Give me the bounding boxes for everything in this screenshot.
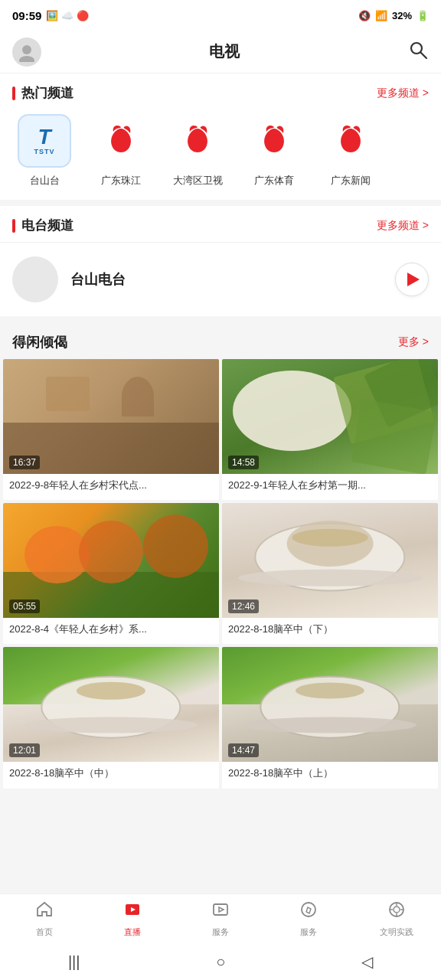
video-card-v1[interactable]: 16:37 2022-9-8年轻人在乡村宋代点... xyxy=(3,359,219,500)
channel-item-tstv[interactable]: T TSTV 台山台 xyxy=(6,114,83,188)
radio-item-tsdt[interactable]: 台山电台 xyxy=(0,242,441,316)
gdty-logo xyxy=(247,114,301,168)
bottom-nav: 首页 直播 服务 服务 xyxy=(0,893,441,943)
channel-label-daw: 大湾区卫视 xyxy=(173,174,223,188)
video-grid: 16:37 2022-9-8年轻人在乡村宋代点... 14:58 2022-9-… xyxy=(0,359,441,792)
video-thumb-v1: 16:37 xyxy=(3,359,219,474)
nav-label-live: 直播 xyxy=(124,926,141,938)
video-card-v4[interactable]: 12:46 2022-8-18脑卒中（下） xyxy=(222,503,438,644)
svg-point-1 xyxy=(19,56,34,62)
video-duration-v3: 05:55 xyxy=(9,599,40,613)
video-section-header: 得闲倾偈 更多 > xyxy=(0,322,441,359)
channel-item-gdty[interactable]: 广东体育 xyxy=(236,114,312,188)
channel-label-gdxw: 广东新闻 xyxy=(331,174,371,188)
svg-rect-6 xyxy=(214,904,227,915)
nav-item-culture[interactable]: 文明实践 xyxy=(353,900,441,938)
svg-point-10 xyxy=(394,906,400,913)
svg-point-0 xyxy=(22,45,31,54)
hot-channels-header: 热门频道 更多频道 > xyxy=(0,74,441,109)
play-button[interactable] xyxy=(395,263,429,296)
video-more[interactable]: 更多 > xyxy=(398,335,429,349)
discover-icon xyxy=(299,900,318,923)
nav-item-discover[interactable]: 服务 xyxy=(265,900,353,938)
service-icon xyxy=(211,900,230,923)
channel-grid: T TSTV 台山台 广东珠江 大湾区卫视 xyxy=(0,109,441,200)
back-button[interactable]: ||| xyxy=(68,953,80,971)
play-icon xyxy=(407,273,420,286)
home-button[interactable]: ○ xyxy=(216,953,225,971)
status-right: 🔇 📶 32% 🔋 xyxy=(358,10,429,21)
video-title-v6: 2022-8-18脑卒中（上） xyxy=(222,762,438,788)
battery-icon: 🔋 xyxy=(416,10,429,21)
video-card-v3[interactable]: 05:55 2022-8-4《年轻人在乡村》系... xyxy=(3,503,219,644)
channel-item-gdxw[interactable]: 广东新闻 xyxy=(312,114,389,188)
video-card-v5[interactable]: 12:01 2022-8-18脑卒中（中） xyxy=(3,647,219,788)
video-title-v1: 2022-9-8年轻人在乡村宋代点... xyxy=(3,474,219,500)
video-title-v5: 2022-8-18脑卒中（中） xyxy=(3,762,219,788)
channel-label-tstv: 台山台 xyxy=(30,174,60,188)
video-duration-v4: 12:46 xyxy=(228,599,259,613)
svg-point-8 xyxy=(302,903,315,916)
search-icon[interactable] xyxy=(407,39,429,65)
notification-icons: 🖼️ ☁️ 🔴 xyxy=(46,10,88,21)
video-duration-v2: 14:58 xyxy=(228,456,259,469)
hot-channels-title: 热门频道 xyxy=(12,84,74,102)
culture-icon xyxy=(387,900,406,923)
avatar[interactable] xyxy=(12,38,41,67)
channel-item-daw[interactable]: 大湾区卫视 xyxy=(159,114,236,188)
svg-line-3 xyxy=(421,52,427,58)
nav-label-service: 服务 xyxy=(212,926,229,938)
home-icon xyxy=(35,900,54,923)
channel-item-gdpj[interactable]: 广东珠江 xyxy=(83,114,159,188)
status-left: 09:59 🖼️ ☁️ 🔴 xyxy=(12,9,89,22)
app-header: 电视 xyxy=(0,31,441,74)
video-thumb-v2: 14:58 xyxy=(222,359,438,474)
radio-name: 台山电台 xyxy=(70,270,383,289)
video-section-title: 得闲倾偈 xyxy=(12,333,67,351)
video-duration-v1: 16:37 xyxy=(9,456,40,469)
daw-logo xyxy=(171,114,224,168)
mute-icon: 🔇 xyxy=(358,10,371,21)
tstv-logo: T TSTV xyxy=(18,114,71,168)
radio-more[interactable]: 更多频道 > xyxy=(377,219,429,233)
video-thumb-v6: 14:47 xyxy=(222,647,438,762)
page-title: 电视 xyxy=(209,41,240,62)
nav-label-culture: 文明实践 xyxy=(380,926,413,938)
status-time: 09:59 xyxy=(12,9,41,22)
video-duration-v6: 14:47 xyxy=(228,743,259,757)
radio-section: 电台频道 更多频道 > 台山电台 xyxy=(0,206,441,316)
system-nav: ||| ○ ◁ xyxy=(0,943,441,980)
nav-item-live[interactable]: 直播 xyxy=(88,900,176,938)
radio-avatar xyxy=(12,256,58,302)
video-duration-v5: 12:01 xyxy=(9,743,40,757)
video-card-v6[interactable]: 14:47 2022-8-18脑卒中（上） xyxy=(222,647,438,788)
wifi-icon: 📶 xyxy=(375,10,387,21)
live-icon xyxy=(123,900,142,923)
hot-channels-more[interactable]: 更多频道 > xyxy=(377,87,429,100)
video-section: 得闲倾偈 更多 > 16:37 2022-9-8年轻人在乡村宋代点... xyxy=(0,322,441,792)
gdpj-logo xyxy=(94,114,148,168)
video-card-v2[interactable]: 14:58 2022-9-1年轻人在乡村第一期... xyxy=(222,359,438,500)
video-thumb-v5: 12:01 xyxy=(3,647,219,762)
radio-header: 电台频道 更多频道 > xyxy=(0,206,441,242)
video-thumb-v4: 12:46 xyxy=(222,503,438,618)
video-title-v2: 2022-9-1年轻人在乡村第一期... xyxy=(222,474,438,500)
channel-label-gdpj: 广东珠江 xyxy=(101,174,141,188)
nav-item-service[interactable]: 服务 xyxy=(176,900,264,938)
svg-marker-7 xyxy=(219,907,224,912)
video-title-v3: 2022-8-4《年轻人在乡村》系... xyxy=(3,618,219,644)
channel-label-gdty: 广东体育 xyxy=(254,174,294,188)
gdxw-logo xyxy=(324,114,377,168)
radio-title: 电台频道 xyxy=(12,217,74,234)
battery-text: 32% xyxy=(392,10,412,21)
video-title-v4: 2022-8-18脑卒中（下） xyxy=(222,618,438,644)
nav-label-discover: 服务 xyxy=(300,926,317,938)
recent-button[interactable]: ◁ xyxy=(361,952,373,971)
nav-label-home: 首页 xyxy=(36,926,53,938)
status-bar: 09:59 🖼️ ☁️ 🔴 🔇 📶 32% 🔋 xyxy=(0,0,441,31)
video-thumb-v3: 05:55 xyxy=(3,503,219,618)
nav-item-home[interactable]: 首页 xyxy=(0,900,88,938)
